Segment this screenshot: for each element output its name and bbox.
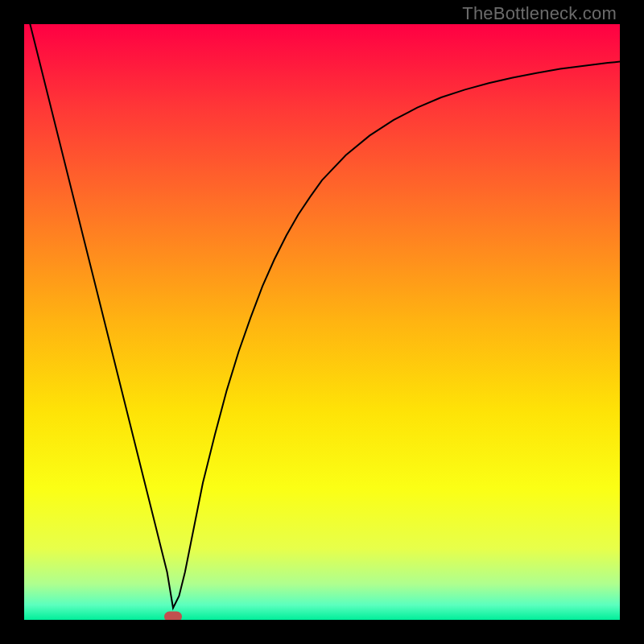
chart-svg <box>24 24 620 620</box>
plot-area <box>24 24 620 620</box>
optimum-marker <box>164 612 182 620</box>
chart-frame: TheBottleneck.com <box>0 0 644 644</box>
watermark-text: TheBottleneck.com <box>462 3 617 24</box>
gradient-background <box>24 24 620 620</box>
